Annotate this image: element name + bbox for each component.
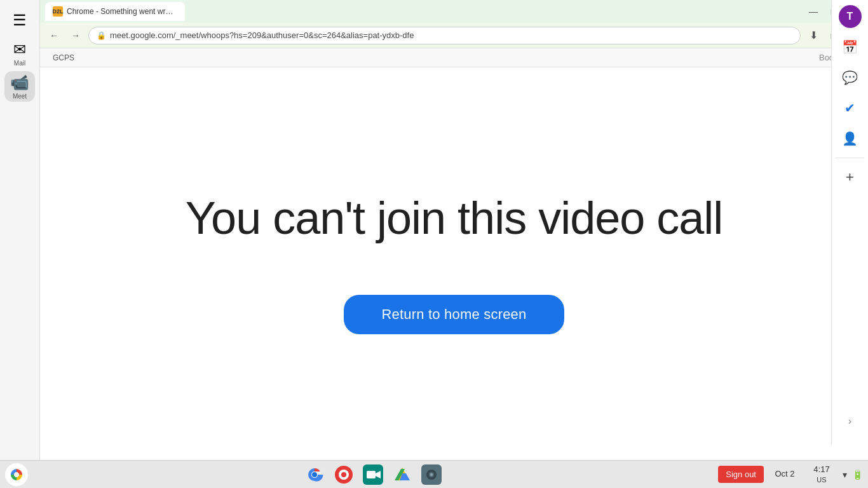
- taskbar-app-drive[interactable]: [390, 462, 415, 487]
- back-button[interactable]: ←: [45, 27, 63, 44]
- wifi-icon: ▾: [843, 470, 847, 480]
- taskbar-right: Sign out Oct 2 4:17 US ▾ 🔋: [718, 464, 863, 484]
- return-home-button[interactable]: Return to home screen: [344, 295, 565, 334]
- date-text: Oct 2: [769, 469, 801, 480]
- battery-icon: 🔋: [852, 470, 863, 480]
- shelf-menu-button[interactable]: ☰: [4, 5, 35, 36]
- address-bar: ← → 🔒 meet.google.com/_meet/whoops?hs=20…: [40, 23, 868, 48]
- chat-icon[interactable]: 💬: [839, 66, 862, 89]
- user-avatar[interactable]: T: [839, 5, 862, 28]
- taskbar-app-chrome[interactable]: [302, 462, 327, 487]
- meet-taskbar-icon: [363, 464, 383, 485]
- lock-icon: 🔒: [97, 31, 106, 40]
- chrome-logo-icon: [304, 464, 325, 485]
- tab-title: Chrome - Something went wrong: [67, 7, 177, 16]
- mail-icon: ✉: [13, 41, 26, 58]
- title-bar: D2L Chrome - Something went wrong — □ ✕: [40, 0, 868, 23]
- minimize-button[interactable]: —: [804, 3, 822, 20]
- shelf-mail-label: Mail: [14, 60, 25, 67]
- menu-icon: ☰: [13, 11, 27, 29]
- shelf-app-mail[interactable]: ✉ Mail: [4, 38, 35, 69]
- screencast-icon: [334, 464, 354, 485]
- launcher-button[interactable]: [5, 463, 28, 486]
- time-text: 4:17: [806, 464, 837, 475]
- browser-window: D2L Chrome - Something went wrong — □ ✕ …: [40, 0, 868, 460]
- meet-icon: 📹: [10, 74, 29, 92]
- contacts-icon[interactable]: 👤: [839, 127, 862, 150]
- expand-panel-icon[interactable]: ›: [848, 416, 851, 427]
- taskbar-app-screencast[interactable]: [331, 462, 356, 487]
- chrome-os-shelf: ☰ ✉ Mail 📹 Meet: [0, 0, 40, 460]
- taskbar-center: [302, 462, 444, 487]
- date-display[interactable]: Oct 2: [769, 469, 801, 480]
- browser-content: You can't join this video call Return to…: [40, 67, 868, 460]
- forward-button[interactable]: →: [67, 27, 85, 44]
- drive-icon: [392, 464, 412, 485]
- right-panel: T 📅 💬 ✔ 👤 + ›: [831, 0, 868, 445]
- taskbar-left: [5, 463, 28, 486]
- calendar-icon[interactable]: 📅: [839, 36, 862, 58]
- shelf-app-meet[interactable]: 📹 Meet: [4, 71, 35, 102]
- sign-out-button[interactable]: Sign out: [718, 466, 764, 483]
- bookmarks-bar: GCPS Bookmarks: [40, 48, 868, 67]
- download-button[interactable]: ⬇: [804, 27, 822, 44]
- right-panel-divider: [836, 158, 865, 158]
- url-text: meet.google.com/_meet/whoops?hs=209&auth…: [110, 30, 792, 40]
- launcher-icon: [11, 469, 22, 480]
- add-app-button[interactable]: +: [839, 166, 862, 189]
- svg-rect-7: [367, 471, 376, 478]
- svg-point-5: [341, 472, 346, 477]
- svg-point-16: [430, 473, 433, 476]
- time-display: 4:17 US: [806, 464, 837, 484]
- shelf-meet-label: Meet: [13, 93, 27, 100]
- tab-favicon: D2L: [53, 6, 63, 17]
- audio-icon: [421, 464, 442, 485]
- svg-point-2: [312, 472, 317, 477]
- error-heading: You can't join this video call: [186, 193, 723, 243]
- tasks-icon[interactable]: ✔: [839, 97, 862, 119]
- taskbar: Sign out Oct 2 4:17 US ▾ 🔋: [0, 460, 868, 488]
- taskbar-app-meet[interactable]: [360, 462, 386, 487]
- taskbar-app-audio[interactable]: [419, 462, 444, 487]
- url-bar[interactable]: 🔒 meet.google.com/_meet/whoops?hs=209&au…: [88, 27, 801, 44]
- bookmark-gcps[interactable]: GCPS: [48, 52, 79, 64]
- region-text: US: [806, 475, 837, 484]
- browser-tab[interactable]: D2L Chrome - Something went wrong: [45, 2, 185, 21]
